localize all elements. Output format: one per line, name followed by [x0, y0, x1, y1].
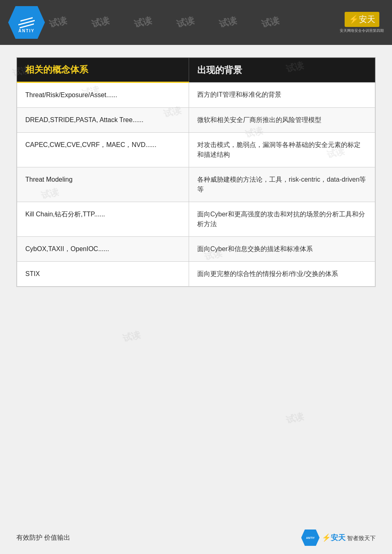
- wm-3: 试读: [133, 14, 153, 31]
- footer-logo-icon: ANTIY: [301, 530, 320, 546]
- table-cell-right: 各种威胁建模的方法论，工具，risk-centric，data-driven等等: [189, 167, 375, 202]
- table-cell-left: Kill Chain,钻石分析,TTP......: [17, 202, 189, 237]
- footer: 有效防护 价值输出 ANTIY ⚡安天 智者致天下: [16, 530, 376, 546]
- right-logo-icon: ⚡安天: [349, 15, 375, 24]
- wm-2: 试读: [90, 14, 111, 31]
- table-cell-right: 对攻击模式，脆弱点，漏洞等各种基础的安全元素的标定和描述结构: [189, 133, 375, 167]
- col1-header: 相关的概念体系: [17, 58, 189, 82]
- footer-logo: ANTIY ⚡安天 智者致天下: [301, 530, 376, 546]
- table-header-row: 相关的概念体系 出现的背景: [17, 58, 375, 82]
- table-cell-left: Threat Modeling: [17, 167, 189, 202]
- table-cell-left: DREAD,STRIDE,PASTA, Attack Tree......: [17, 108, 189, 133]
- table-row: Threat/Risk/Exposure/Asset......西方的IT管理和…: [17, 82, 375, 108]
- antiy-logo: ANTIY: [8, 6, 45, 39]
- footer-logo-antiy: ANTIY: [306, 536, 315, 539]
- table-cell-left: Threat/Risk/Exposure/Asset......: [17, 82, 189, 108]
- wm-4: 试读: [175, 14, 196, 31]
- wm-6: 试读: [260, 14, 281, 31]
- antiy-label: ANTIY: [18, 29, 35, 33]
- body-wm-8: 试读: [121, 329, 142, 345]
- header-right-logo: ⚡安天 安天网络安全令训营第四期: [340, 12, 384, 33]
- table-cell-left: CAPEC,CWE,CVE,CVRF，MAEC，NVD......: [17, 133, 189, 167]
- header-watermarks: 试读 试读 试读 试读 试读 试读: [0, 0, 392, 45]
- table-row: DREAD,STRIDE,PASTA, Attack Tree......微软和…: [17, 108, 375, 133]
- footer-logo-brand: ⚡安天: [322, 534, 345, 542]
- table-cell-right: 面向更完整的综合性的情报分析/作业/交换的体系: [189, 262, 375, 287]
- table-cell-right: 微软和相关安全厂商所推出的风险管理模型: [189, 108, 375, 133]
- watermark-group: 试读 试读 试读 试读 试读 试读: [0, 16, 392, 29]
- table-cell-right: 西方的IT管理和标准化的背景: [189, 82, 375, 108]
- table-cell-left: STIX: [17, 262, 189, 287]
- table-body: Threat/Risk/Exposure/Asset......西方的IT管理和…: [17, 82, 375, 287]
- footer-tagline: 有效防护 价值输出: [16, 534, 70, 542]
- footer-logo-slogan: 智者致天下: [347, 535, 376, 541]
- table-row: Kill Chain,钻石分析,TTP......面向Cyber和更高强度的攻击…: [17, 202, 375, 237]
- table-cell-right: 面向Cyber和信息交换的描述和标准体系: [189, 237, 375, 262]
- table-cell-left: CybOX,TAXII，OpenIOC......: [17, 237, 189, 262]
- wm-1: 试读: [48, 14, 68, 31]
- content-table: 相关的概念体系 出现的背景 Threat/Risk/Exposure/Asset…: [17, 58, 375, 287]
- table-row: STIX面向更完整的综合性的情报分析/作业/交换的体系: [17, 262, 375, 287]
- main-content: 相关的概念体系 出现的背景 Threat/Risk/Exposure/Asset…: [16, 57, 376, 287]
- header: ANTIY 试读 试读 试读 试读 试读 试读 ⚡安天 安天网络安全令训营第四期: [0, 0, 392, 45]
- table-cell-right: 面向Cyber和更高强度的攻击和对抗的场景的分析工具和分析方法: [189, 202, 375, 237]
- table-row: CybOX,TAXII，OpenIOC......面向Cyber和信息交换的描述…: [17, 237, 375, 262]
- col2-header: 出现的背景: [189, 58, 375, 82]
- wm-5: 试读: [218, 14, 238, 31]
- right-logo-subtitle: 安天网络安全令训营第四期: [340, 28, 384, 33]
- table-row: Threat Modeling各种威胁建模的方法论，工具，risk-centri…: [17, 167, 375, 202]
- body-wm-9: 试读: [285, 410, 305, 427]
- footer-logo-text-group: ⚡安天 智者致天下: [322, 533, 376, 543]
- table-row: CAPEC,CWE,CVE,CVRF，MAEC，NVD......对攻击模式，脆…: [17, 133, 375, 167]
- right-logo-box: ⚡安天: [345, 12, 379, 27]
